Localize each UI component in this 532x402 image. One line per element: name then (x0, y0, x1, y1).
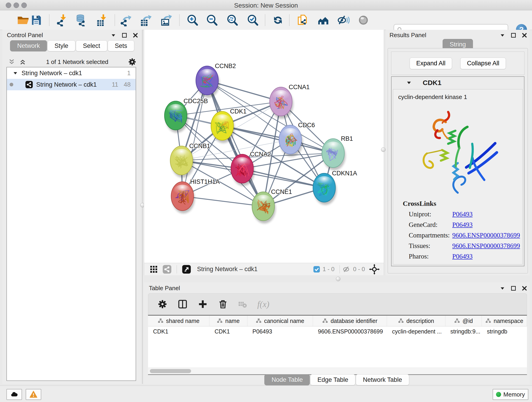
zoom-selected-button[interactable] (247, 14, 259, 26)
network-collection-row[interactable]: String Network – cdk1 1 (7, 67, 136, 79)
tab-node-table[interactable]: Node Table (264, 374, 310, 385)
crosslink-genecard-link[interactable]: P06493 (452, 221, 473, 229)
export-table-button[interactable] (140, 14, 152, 26)
save-session-button[interactable] (30, 14, 42, 26)
refresh-layout-button[interactable] (272, 14, 284, 26)
column-header-namespace[interactable]: namespace (482, 316, 527, 326)
column-header-databaseidentifier[interactable]: database identifier (313, 316, 387, 326)
tree-expand-icon[interactable] (12, 70, 18, 76)
show-all-button[interactable] (357, 14, 370, 26)
gene-collapse-icon[interactable] (406, 80, 412, 86)
table-header-row: shared name name canonical name database… (148, 316, 527, 326)
close-panel-icon[interactable] (133, 32, 138, 38)
float-panel-icon[interactable] (121, 32, 127, 38)
column-header-id[interactable]: @id (445, 316, 482, 326)
network-node-CDKN1A[interactable]: CDKN1A (313, 170, 357, 205)
gear-icon[interactable] (128, 57, 137, 66)
network-node-CCNA1[interactable]: CCNA1 (270, 84, 310, 119)
scrollbar-thumb[interactable] (150, 369, 191, 373)
panel-menu-icon[interactable] (500, 32, 505, 38)
crosslink-uniprot-link[interactable]: P06493 (452, 211, 473, 218)
cloud-status-button[interactable] (6, 389, 22, 400)
column-header-canonicalname[interactable]: canonical name (247, 316, 313, 326)
table-horizontal-scrollbar[interactable] (148, 368, 527, 374)
network-node-CCNE1[interactable]: CCNE1 (252, 188, 292, 223)
table-cell[interactable]: CDK1 (209, 326, 247, 337)
table-row[interactable]: CDK1CDK1P064939606.ENSP00000378699cyclin… (148, 326, 527, 337)
zoom-in-button[interactable] (186, 14, 199, 26)
tab-select[interactable]: Select (76, 40, 107, 51)
network-canvas[interactable]: CCNB2CCNA1CDC25BCDK1CDC6RB1CCNB1CCNA2CDK… (144, 30, 384, 263)
tab-style[interactable]: Style (47, 40, 75, 51)
table-cell[interactable]: stringdb:9... (445, 326, 482, 337)
crosslink-tissues-link[interactable]: 9606.ENSP00000378699 (452, 242, 520, 249)
export-image-button[interactable] (160, 14, 172, 26)
network-edge-CCNB2-CCNE1[interactable] (207, 80, 263, 206)
table-cell[interactable]: P06493 (247, 326, 313, 337)
title-bar: Session: New Session (0, 0, 532, 10)
import-network-button[interactable] (56, 14, 68, 26)
eye-slash-icon (337, 14, 350, 26)
column-header-name[interactable]: name (209, 316, 247, 326)
node-label-HIST1H1A: HIST1H1A (190, 178, 220, 185)
grid-view-icon[interactable] (149, 265, 158, 274)
collapse-all-icon[interactable] (8, 58, 16, 66)
close-panel-icon[interactable] (521, 32, 527, 38)
cloud-icon (10, 390, 18, 398)
memory-button[interactable]: Memory (493, 389, 528, 400)
expand-all-button[interactable]: Expand All (410, 57, 452, 69)
network-node-CCNA2[interactable]: CCNA2 (231, 151, 271, 186)
horizontal-splitter[interactable] (144, 275, 530, 282)
zoom-fit-button[interactable] (226, 14, 239, 26)
zoom-out-icon (206, 14, 218, 26)
panel-menu-icon[interactable] (110, 32, 116, 38)
tab-network[interactable]: Network (10, 40, 47, 51)
import-table-button[interactable] (96, 14, 108, 26)
delete-column-icon[interactable] (218, 299, 228, 309)
float-panel-icon[interactable] (510, 285, 516, 291)
expand-all-icon[interactable] (19, 58, 27, 66)
collapse-all-button[interactable]: Collapse All (460, 57, 506, 69)
network-edge-CDK1-RB1[interactable] (222, 126, 333, 153)
first-neighbors-button[interactable] (317, 14, 329, 26)
detach-view-icon[interactable] (182, 265, 191, 274)
float-panel-icon[interactable] (510, 32, 516, 38)
network-node-RB1[interactable]: RB1 (322, 135, 353, 170)
pan-crosshair-icon[interactable] (369, 264, 380, 274)
control-panel: Control Panel Network Style Select Sets … (2, 30, 143, 384)
network-node-CCNB1[interactable]: CCNB1 (170, 143, 210, 178)
tab-sets[interactable]: Sets (108, 40, 134, 51)
clone-network-button[interactable] (297, 14, 309, 26)
close-panel-icon[interactable] (521, 285, 527, 291)
panel-menu-icon[interactable] (500, 285, 505, 291)
table-settings-gear-icon[interactable] (157, 299, 167, 309)
open-session-button[interactable] (17, 14, 29, 26)
network-view-share-icon[interactable] (162, 265, 172, 274)
table-cell[interactable]: cyclin-dependent ... (387, 326, 445, 337)
tab-edge-table[interactable]: Edge Table (310, 374, 355, 385)
tab-network-table[interactable]: Network Table (356, 374, 409, 385)
import-network-from-database-button[interactable] (75, 14, 87, 26)
network-node-CCNB2[interactable]: CCNB2 (196, 63, 236, 98)
table-cell[interactable]: 9606.ENSP00000378699 (313, 326, 387, 337)
crosslink-compartments-link[interactable]: 9606.ENSP00000378699 (452, 231, 520, 239)
node-label-CDC25B: CDC25B (184, 98, 208, 104)
crosslink-pharos-link[interactable]: P06493 (452, 253, 473, 260)
network-node-count: 11 (112, 81, 118, 88)
node-table: shared name name canonical name database… (148, 315, 527, 375)
column-header-description[interactable]: description (387, 316, 445, 326)
zoom-out-button[interactable] (206, 14, 218, 26)
network-node-CDC25B[interactable]: CDC25B (165, 98, 208, 133)
network-node-HIST1H1A[interactable]: HIST1H1A (171, 178, 220, 213)
selected-checkbox-icon[interactable] (313, 266, 320, 273)
hide-selected-button[interactable] (337, 14, 350, 26)
right-splitter-handle[interactable] (381, 147, 386, 152)
export-network-button[interactable] (120, 14, 132, 26)
column-header-sharedname[interactable]: shared name (148, 316, 209, 326)
add-column-icon[interactable] (198, 299, 208, 309)
network-row-selected[interactable]: String Network – cdk1 11 48 (7, 79, 136, 90)
table-cell[interactable]: stringdb (482, 326, 527, 337)
table-cell[interactable]: CDK1 (148, 326, 209, 337)
warnings-button[interactable] (26, 389, 41, 400)
show-columns-icon[interactable] (177, 299, 188, 309)
